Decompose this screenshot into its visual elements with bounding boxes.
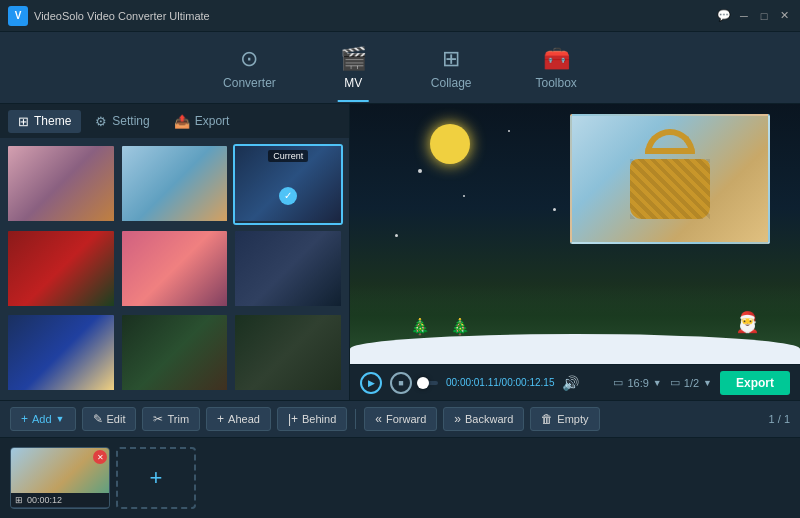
theme-item-snowy-night[interactable]: Snowy Night <box>233 229 343 310</box>
theme-label-beautiful-christmas: Beautiful Christmas <box>235 390 341 394</box>
page-select[interactable]: ▭ 1/2 ▼ <box>670 376 712 389</box>
theme-thumb-stripes-waves <box>8 315 114 390</box>
add-button[interactable]: + Add ▼ <box>10 407 76 431</box>
close-button[interactable]: ✕ <box>776 8 792 24</box>
title-bar: V VideoSolo Video Converter Ultimate 💬 ─… <box>0 0 800 32</box>
minimize-button[interactable]: ─ <box>736 8 752 24</box>
theme-tab-label: Theme <box>34 114 71 128</box>
theme-item-christmas-tree[interactable]: Christmas Tree <box>120 313 230 394</box>
behind-icon: |+ <box>288 412 298 426</box>
setting-tab-icon: ⚙ <box>95 114 107 129</box>
empty-label: Empty <box>557 413 588 425</box>
collage-icon: ⊞ <box>442 46 460 72</box>
panel-tabs: ⊞ Theme ⚙ Setting 📤 Export <box>0 104 349 138</box>
export-tab-icon: 📤 <box>174 114 190 129</box>
chat-button[interactable]: 💬 <box>716 8 732 24</box>
toolbar-page-info: 1 / 1 <box>769 413 790 425</box>
panel-tab-theme[interactable]: ⊞ Theme <box>8 110 81 133</box>
ahead-label: Ahead <box>228 413 260 425</box>
add-dropdown-icon: ▼ <box>56 414 65 424</box>
clip-time: 00:00:12 <box>27 495 62 505</box>
theme-label-merry-christmas: Merry Christmas <box>8 306 114 310</box>
trim-icon: ✂ <box>153 412 163 426</box>
theme-label-snowy-night: Snowy Night <box>235 306 341 310</box>
video-preview-inner <box>572 116 768 242</box>
backward-icon: » <box>454 412 461 426</box>
ahead-button[interactable]: + Ahead <box>206 407 271 431</box>
empty-button[interactable]: 🗑 Empty <box>530 407 599 431</box>
edit-label: Edit <box>107 413 126 425</box>
stop-button[interactable]: ■ <box>390 372 412 394</box>
edit-button[interactable]: ✎ Edit <box>82 407 137 431</box>
moon-decoration <box>430 124 470 164</box>
nav-tabs: ⊙ Converter 🎬 MV ⊞ Collage 🧰 Toolbox <box>0 32 800 104</box>
time-display: 00:00:01.11/00:00:12.15 <box>446 377 554 388</box>
tab-toolbox[interactable]: 🧰 Toolbox <box>524 40 589 96</box>
volume-button[interactable]: 🔊 <box>562 375 579 391</box>
title-bar-left: V VideoSolo Video Converter Ultimate <box>8 6 210 26</box>
snow-ground <box>350 334 800 364</box>
theme-check-christmas-eve: ✓ <box>279 187 297 205</box>
backward-button[interactable]: » Backward <box>443 407 524 431</box>
progress-thumb[interactable] <box>417 377 429 389</box>
theme-label-santa-claus: Santa Claus <box>122 306 228 310</box>
theme-thumb-simple <box>122 146 228 221</box>
forward-label: Forward <box>386 413 426 425</box>
add-icon: + <box>21 412 28 426</box>
theme-label-happy: Happy <box>8 221 114 225</box>
converter-icon: ⊙ <box>240 46 258 72</box>
progress-bar[interactable] <box>420 381 438 385</box>
trim-label: Trim <box>167 413 189 425</box>
theme-thumb-happy <box>8 146 114 221</box>
trim-button[interactable]: ✂ Trim <box>142 407 200 431</box>
maximize-button[interactable]: □ <box>756 8 772 24</box>
ratio-value: 16:9 <box>627 377 648 389</box>
ratio-dropdown-icon: ▼ <box>653 378 662 388</box>
preview-background: 🎅 🎄 🎄 <box>350 104 800 364</box>
theme-thumb-christmas-eve: Current <box>235 146 341 221</box>
ahead-icon: + <box>217 412 224 426</box>
theme-item-christmas-eve[interactable]: Current✓Christmas Eve <box>233 144 343 225</box>
theme-tab-icon: ⊞ <box>18 114 29 129</box>
tab-collage[interactable]: ⊞ Collage <box>419 40 484 96</box>
panel-tab-setting[interactable]: ⚙ Setting <box>85 110 159 133</box>
play-button[interactable]: ▶ <box>360 372 382 394</box>
converter-label: Converter <box>223 76 276 90</box>
clip-close-button[interactable]: ✕ <box>93 450 107 464</box>
theme-item-stripes-waves[interactable]: Stripes & Waves <box>6 313 116 394</box>
export-button[interactable]: Export <box>720 371 790 395</box>
theme-item-happy[interactable]: Happy <box>6 144 116 225</box>
tab-converter[interactable]: ⊙ Converter <box>211 40 288 96</box>
app-logo: V <box>8 6 28 26</box>
playback-bar: ▶ ■ 00:00:01.11/00:00:12.15 🔊 ▭ 16:9 ▼ ▭… <box>350 364 800 400</box>
behind-button[interactable]: |+ Behind <box>277 407 347 431</box>
toolbox-icon: 🧰 <box>543 46 570 72</box>
theme-item-santa-claus[interactable]: Santa Claus <box>120 229 230 310</box>
theme-item-beautiful-christmas[interactable]: Beautiful Christmas <box>233 313 343 394</box>
panel-tab-export[interactable]: 📤 Export <box>164 110 240 133</box>
theme-thumb-beautiful-christmas <box>235 315 341 390</box>
video-preview-box <box>570 114 770 244</box>
toolbar: + Add ▼ ✎ Edit ✂ Trim + Ahead |+ Behind … <box>0 400 800 438</box>
forward-button[interactable]: « Forward <box>364 407 437 431</box>
add-clip-button[interactable]: + <box>116 447 196 509</box>
edit-icon: ✎ <box>93 412 103 426</box>
theme-thumb-santa-claus <box>122 231 228 306</box>
theme-item-merry-christmas[interactable]: Merry Christmas <box>6 229 116 310</box>
theme-label-simple: Simple <box>122 221 228 225</box>
theme-item-simple[interactable]: Simple <box>120 144 230 225</box>
app-title: VideoSolo Video Converter Ultimate <box>34 10 210 22</box>
tab-mv[interactable]: 🎬 MV <box>328 40 379 96</box>
empty-icon: 🗑 <box>541 412 553 426</box>
theme-thumb-christmas-tree <box>122 315 228 390</box>
behind-label: Behind <box>302 413 336 425</box>
basket-shape <box>630 159 710 219</box>
ratio-select[interactable]: ▭ 16:9 ▼ <box>613 376 661 389</box>
clip-info: ⊞ 00:00:12 <box>11 493 109 507</box>
theme-thumb-snowy-night <box>235 231 341 306</box>
backward-label: Backward <box>465 413 513 425</box>
forward-icon: « <box>375 412 382 426</box>
page-dropdown-icon: ▼ <box>703 378 712 388</box>
timeline-clip-1[interactable]: ✕ ⊞ 00:00:12 ▶ ✂ ⊞ 🔊 <box>10 447 110 509</box>
time-current: 00:00:01.11 <box>446 377 499 388</box>
